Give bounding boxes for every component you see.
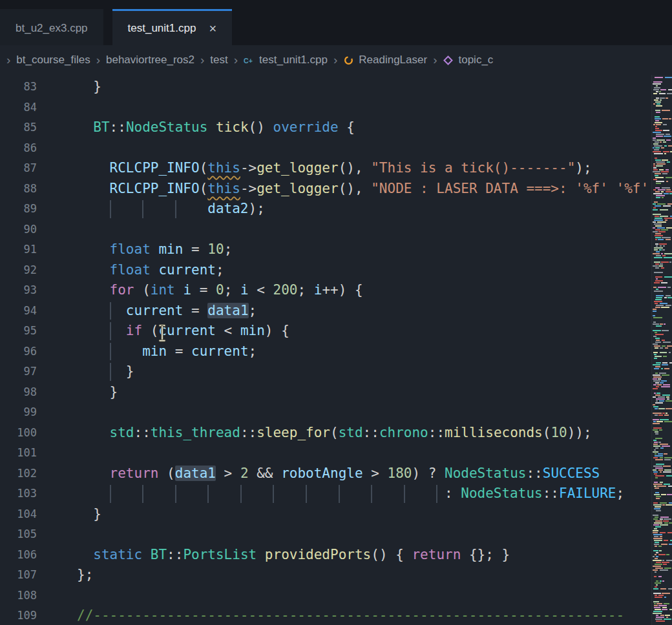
code-line-88[interactable]: 88 RCLCPP_INFO(this->get_logger(), "NODE… [0,179,651,200]
code-line-103[interactable]: 103 : NodeStatus::FAILURE; [0,484,651,504]
line-number[interactable]: 103 [0,484,37,504]
line-number[interactable]: 93 [0,280,37,301]
chevron-right-icon: › [234,54,238,66]
code-token: } [77,506,101,522]
line-number[interactable]: 101 [0,443,37,464]
close-icon[interactable]: × [209,22,216,35]
line-number[interactable]: 96 [0,342,37,362]
indent-guide [207,485,209,503]
code-token: 10 [551,425,567,440]
code-line-95[interactable]: 95 if (current < min) { [0,321,651,342]
code-line-108[interactable]: 108 [0,586,651,606]
code-line-87[interactable]: 87 RCLCPP_INFO(this->get_logger(), "This… [0,158,651,179]
code-token: FAILURE [559,486,616,501]
code-line-105[interactable]: 105 [0,524,651,545]
line-number[interactable]: 91 [0,240,37,260]
line-content: } [77,504,101,525]
code-token: :: [240,425,257,440]
code-line-101[interactable]: 101 [0,443,651,464]
breadcrumb-item-test[interactable]: test [210,54,227,67]
line-number[interactable]: 88 [0,179,37,200]
line-number[interactable]: 90 [0,220,37,240]
line-number[interactable]: 97 [0,362,37,382]
breadcrumb-item-ReadingLaser[interactable]: ReadingLaser [343,54,427,67]
line-number[interactable]: 84 [0,97,37,118]
minimap[interactable] [651,75,672,625]
line-number[interactable]: 85 [0,118,37,138]
line-number[interactable]: 92 [0,260,37,281]
indent-guide [371,485,372,503]
line-number[interactable]: 109 [0,606,37,625]
code-line-83[interactable]: 83 } [0,77,651,97]
line-number[interactable]: 100 [0,423,37,444]
code-token: data1 [207,303,248,318]
code-token: BT [93,119,109,135]
code-line-86[interactable]: 86 [0,138,651,159]
line-number[interactable]: 86 [0,138,37,159]
code-pane[interactable]: 83 }8485 BT::NodeStatus tick() override … [0,75,651,625]
code-line-97[interactable]: 97 } [0,362,651,382]
code-token: ) { [265,323,289,338]
line-content: } [77,362,134,382]
code-token: } [77,79,101,94]
code-token: ( [158,466,174,481]
code-token [77,547,93,562]
tab-test_unit1[interactable]: test_unit1.cpp × [112,9,233,45]
code-line-92[interactable]: 92 float current; [0,260,651,281]
code-token: 180 [388,466,412,481]
line-content: min = current; [77,342,257,362]
line-number[interactable]: 105 [0,524,37,545]
code-token: () { [371,547,412,562]
line-number[interactable]: 104 [0,504,37,525]
code-line-91[interactable]: 91 float min = 10; [0,240,651,260]
code-token: std [339,425,363,440]
code-token: :: [167,547,183,562]
line-number[interactable]: 108 [0,586,37,606]
code-line-98[interactable]: 98 } [0,382,651,403]
code-token: providedPorts [265,547,371,562]
indent-guide [110,322,111,340]
code-token: 200 [273,282,298,298]
code-line-90[interactable]: 90 [0,220,651,240]
code-token: ; [216,262,224,278]
code-line-107[interactable]: 107}; [0,565,651,586]
breadcrumb-item-test_unit1.cpp[interactable]: C+test_unit1.cpp [244,54,328,67]
breadcrumb-item-bt_course_files[interactable]: bt_course_files [16,54,90,67]
code-token: this [207,160,240,176]
code-line-100[interactable]: 100 std::this_thread::sleep_for(std::chr… [0,423,651,444]
code-line-84[interactable]: 84 [0,97,651,118]
line-number[interactable]: 102 [0,464,37,484]
code-line-96[interactable]: 96 min = current; [0,342,651,362]
code-token: min [240,323,265,338]
code-token: ); [575,160,591,176]
code-token: min [142,343,167,359]
breadcrumb-item-topic_c[interactable]: topic_c [443,54,493,67]
code-token: static [93,547,142,562]
code-line-106[interactable]: 106 static BT::PortsList providedPorts()… [0,545,651,566]
line-number[interactable]: 87 [0,158,37,179]
code-token: :: [428,425,445,440]
line-number[interactable]: 94 [0,301,37,322]
code-line-102[interactable]: 102 return (data1 > 2 && robotAngle > 18… [0,464,651,484]
line-number[interactable]: 95 [0,321,37,342]
code-line-89[interactable]: 89 data2); [0,199,651,220]
code-line-109[interactable]: 109//-----------------------------------… [0,606,651,625]
code-line-94[interactable]: 94 current = data1; [0,301,651,322]
line-number[interactable]: 107 [0,565,37,586]
code-token: :: [363,425,379,440]
code-line-99[interactable]: 99 [0,402,651,423]
tab-bt_u2_ex3[interactable]: bt_u2_ex3.cpp [0,9,103,45]
code-line-93[interactable]: 93 for (int i = 0; i < 200; i++) { [0,280,651,301]
code-line-85[interactable]: 85 BT::NodeStatus tick() override { [0,118,651,138]
code-token: (), [339,160,372,176]
code-token [77,119,93,135]
line-number[interactable]: 99 [0,402,37,423]
line-number[interactable]: 106 [0,545,37,566]
line-content: } [77,382,118,403]
breadcrumb-item-behaviortree_ros2[interactable]: behaviortree_ros2 [106,54,194,67]
line-number[interactable]: 83 [0,77,37,97]
line-number[interactable]: 98 [0,382,37,403]
code-line-104[interactable]: 104 } [0,504,651,525]
code-token [77,425,110,440]
line-number[interactable]: 89 [0,199,37,220]
